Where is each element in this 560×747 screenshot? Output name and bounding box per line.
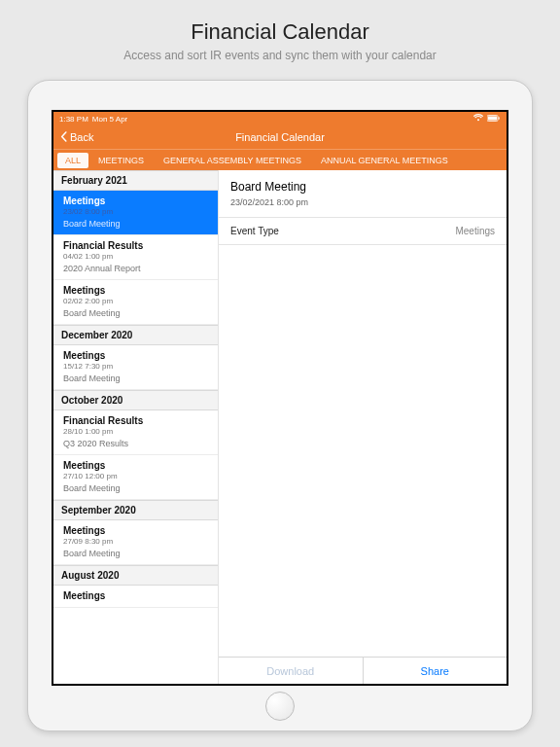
list-item[interactable]: Meetings27/09 8:30 pmBoard Meeting — [53, 520, 218, 565]
list-item-title: Meetings — [63, 196, 210, 206]
list-item-title: Meetings — [63, 525, 210, 536]
detail-row-value: Meetings — [455, 226, 495, 236]
section-header: September 2020 — [53, 500, 218, 520]
download-button[interactable]: Download — [219, 658, 363, 684]
page-title: Financial Calendar — [235, 131, 325, 143]
list-item-title: Meetings — [63, 460, 210, 471]
list-item-datetime: 27/09 8:30 pm — [63, 537, 210, 546]
tabs: ALLMEETINGSGENERAL ASSEMBLY MEETINGSANNU… — [53, 149, 507, 170]
list-item-desc: Q3 2020 Results — [63, 439, 210, 448]
svg-rect-1 — [488, 116, 497, 120]
list-item-desc: Board Meeting — [63, 308, 210, 318]
list-item-datetime: 28/10 1:00 pm — [63, 427, 210, 436]
list-item-datetime: 02/02 2:00 pm — [63, 297, 210, 305]
list-item-datetime: 27/10 12:00 pm — [63, 472, 210, 480]
tab-all[interactable]: ALL — [57, 153, 88, 168]
detail-datetime: 23/02/2021 8:00 pm — [219, 197, 507, 218]
list-item-datetime: 15/12 7:30 pm — [63, 362, 210, 371]
wifi-icon — [473, 114, 483, 124]
ipad-frame: 1:38 PM Mon 5 Apr Back — [27, 80, 533, 731]
list-item[interactable]: Meetings15/12 7:30 pmBoard Meeting — [53, 345, 218, 390]
list-item[interactable]: Meetings — [53, 586, 218, 608]
content-split: February 2021Meetings23/02 8:00 pmBoard … — [53, 170, 507, 684]
status-time: 1:38 PM — [59, 115, 88, 124]
nav-bar: Back Financial Calendar — [53, 125, 507, 149]
promo-title: Financial Calendar — [191, 19, 368, 45]
detail-pane: Board Meeting 23/02/2021 8:00 pm Event T… — [219, 170, 507, 684]
list-item-desc: Board Meeting — [63, 549, 210, 558]
section-header: December 2020 — [53, 325, 218, 345]
detail-title: Board Meeting — [219, 170, 507, 197]
promo-subtitle: Access and sort IR events and sync them … — [123, 49, 437, 62]
header-zone: 1:38 PM Mon 5 Apr Back — [53, 112, 507, 170]
list-item-datetime: 23/02 8:00 pm — [63, 207, 210, 216]
list-item-desc: 2020 Annual Report — [63, 264, 210, 273]
battery-icon — [487, 115, 501, 124]
back-label: Back — [70, 131, 93, 143]
svg-rect-2 — [499, 117, 500, 120]
list-item[interactable]: Meetings23/02 8:00 pmBoard Meeting — [53, 191, 218, 235]
list-item-desc: Board Meeting — [63, 374, 210, 383]
section-header: August 2020 — [53, 565, 218, 586]
list-item[interactable]: Meetings02/02 2:00 pmBoard Meeting — [53, 280, 218, 325]
list-item-datetime: 04/02 1:00 pm — [63, 252, 210, 261]
share-button[interactable]: Share — [364, 658, 508, 684]
detail-row: Event TypeMeetings — [219, 218, 507, 245]
section-header: February 2021 — [53, 170, 218, 191]
tab-annual-general-meetings[interactable]: ANNUAL GENERAL MEETINGS — [311, 152, 458, 169]
list-item-title: Financial Results — [63, 415, 210, 426]
status-bar: 1:38 PM Mon 5 Apr — [53, 112, 507, 125]
section-header: October 2020 — [53, 390, 218, 410]
back-button[interactable]: Back — [59, 131, 93, 144]
list-item-title: Financial Results — [63, 240, 210, 251]
list-item-desc: Board Meeting — [63, 219, 210, 229]
list-item-desc: Board Meeting — [63, 483, 210, 493]
chevron-left-icon — [59, 131, 68, 144]
detail-row-label: Event Type — [230, 226, 279, 236]
bottom-actions: Download Share — [219, 657, 507, 684]
list-item[interactable]: Financial Results28/10 1:00 pmQ3 2020 Re… — [53, 410, 218, 455]
tab-general-assembly-meetings[interactable]: GENERAL ASSEMBLY MEETINGS — [154, 152, 311, 169]
status-date: Mon 5 Apr — [92, 115, 127, 124]
list-item[interactable]: Meetings27/10 12:00 pmBoard Meeting — [53, 455, 218, 500]
list-item-title: Meetings — [63, 350, 210, 361]
tab-meetings[interactable]: MEETINGS — [88, 152, 154, 169]
list-item-title: Meetings — [63, 590, 210, 601]
list-item-title: Meetings — [63, 285, 210, 296]
list-item[interactable]: Financial Results04/02 1:00 pm2020 Annua… — [53, 235, 218, 280]
home-button[interactable] — [265, 692, 295, 721]
screen: 1:38 PM Mon 5 Apr Back — [52, 110, 508, 686]
event-list[interactable]: February 2021Meetings23/02 8:00 pmBoard … — [53, 170, 219, 684]
